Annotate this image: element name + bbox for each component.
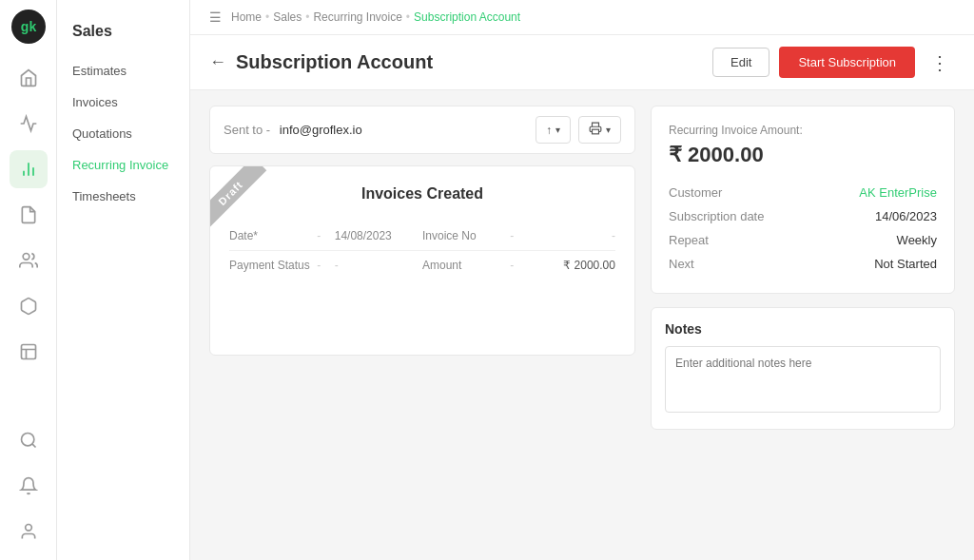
next-value: Not Started (874, 257, 937, 271)
header-left: ← Subscription Account (209, 51, 433, 73)
recurring-info-card: Recurring Invoice Amount: ₹ 2000.00 Cust… (651, 106, 955, 294)
svg-point-5 (23, 254, 29, 261)
amount-sep: - (510, 259, 527, 272)
date-label: Date* (229, 229, 317, 242)
user-profile-icon[interactable] (10, 512, 48, 550)
edit-button[interactable]: Edit (712, 48, 769, 77)
table-row: Date* - 14/08/2023 Invoice No - - (229, 222, 615, 251)
breadcrumb-menu-icon: ☰ (209, 10, 222, 25)
upload-chevron: ▾ (555, 125, 560, 135)
breadcrumb-sales[interactable]: Sales (273, 10, 302, 24)
subscription-date-value: 14/06/2023 (875, 209, 937, 223)
date-value: 14/08/2023 (335, 229, 422, 242)
sidebar: gk (0, 0, 57, 560)
invoice-card: Draft Invoices Created Date* - 14/08/202… (209, 165, 635, 356)
page-title: Subscription Account (236, 51, 433, 73)
info-row-customer: Customer AK EnterPrise (669, 181, 937, 204)
notes-card: Notes (651, 307, 955, 430)
header-right: Edit Start Subscription ⋮ (712, 47, 955, 78)
back-button[interactable]: ← (209, 52, 226, 72)
customer-value[interactable]: AK EnterPrise (859, 185, 937, 200)
building-icon[interactable] (10, 333, 48, 371)
nav-item-estimates[interactable]: Estimates (57, 55, 189, 87)
nav-title: Sales (57, 15, 189, 55)
svg-point-9 (25, 525, 31, 531)
recurring-amount-label: Recurring Invoice Amount: (669, 124, 937, 137)
recurring-amount-value: ₹ 2000.00 (669, 143, 937, 167)
print-chevron: ▾ (606, 125, 611, 135)
left-panel: Sent to - info@groflex.io ↑ ▾ ▾ (209, 106, 635, 545)
amount-label: Amount (422, 259, 510, 272)
info-row-repeat: Repeat Weekly (669, 228, 937, 252)
info-row-next: Next Not Started (669, 252, 937, 276)
breadcrumb-subscription-account: Subscription Account (414, 10, 520, 24)
sent-to-label: Sent to - (224, 123, 270, 137)
svg-text:gk: gk (20, 19, 36, 34)
sent-to-info: Sent to - info@groflex.io (224, 123, 362, 137)
invoice-no-sep: - (510, 229, 527, 242)
action-buttons: ↑ ▾ ▾ (536, 116, 621, 144)
breadcrumb: ☰ Home • Sales • Recurring Invoice • Sub… (190, 0, 974, 35)
app-logo[interactable]: gk (11, 10, 46, 44)
notes-input[interactable] (665, 346, 941, 413)
breadcrumb-recurring-invoice[interactable]: Recurring Invoice (313, 10, 401, 24)
upload-icon: ↑ (546, 124, 552, 137)
chart-bar-icon[interactable] (10, 150, 48, 188)
users-icon[interactable] (10, 241, 48, 280)
table-row: Payment Status - - Amount - ₹ 2000.00 (229, 251, 615, 280)
payment-status-value: - (335, 259, 422, 272)
invoice-no-label: Invoice No (422, 229, 510, 242)
receipt-icon[interactable] (10, 196, 48, 234)
print-button[interactable]: ▾ (578, 116, 621, 144)
sent-to-bar: Sent to - info@groflex.io ↑ ▾ ▾ (209, 106, 635, 154)
svg-rect-6 (21, 345, 35, 359)
invoice-no-value: - (528, 229, 615, 242)
payment-status-sep: - (317, 259, 334, 272)
next-key: Next (669, 257, 694, 271)
subscription-date-key: Subscription date (669, 209, 764, 223)
repeat-key: Repeat (669, 233, 709, 247)
print-icon (589, 122, 602, 138)
nav-item-recurring-invoice[interactable]: Recurring Invoice (57, 149, 189, 181)
start-subscription-button[interactable]: Start Subscription (779, 47, 915, 78)
date-sep: - (317, 229, 334, 242)
repeat-value: Weekly (897, 233, 937, 247)
more-options-button[interactable]: ⋮ (925, 48, 955, 78)
invoice-card-title: Invoices Created (229, 185, 615, 203)
sent-to-email: info@groflex.io (280, 123, 362, 137)
search-icon[interactable] (10, 421, 48, 459)
nav-item-invoices[interactable]: Invoices (57, 87, 189, 118)
content-area: Sent to - info@groflex.io ↑ ▾ ▾ (190, 90, 974, 560)
nav-item-quotations[interactable]: Quotations (57, 118, 189, 149)
svg-rect-10 (593, 129, 599, 134)
activity-icon[interactable] (10, 105, 48, 143)
amount-value: ₹ 2000.00 (528, 259, 615, 272)
info-row-subscription-date: Subscription date 14/06/2023 (669, 204, 937, 228)
svg-point-7 (21, 434, 33, 446)
svg-line-8 (31, 444, 35, 448)
notes-label: Notes (665, 321, 941, 337)
customer-key: Customer (669, 185, 722, 200)
main-content: ☰ Home • Sales • Recurring Invoice • Sub… (190, 0, 974, 560)
breadcrumb-home[interactable]: Home (231, 10, 262, 24)
left-navigation: Sales Estimates Invoices Quotations Recu… (57, 0, 190, 560)
home-icon[interactable] (10, 59, 48, 97)
upload-button[interactable]: ↑ ▾ (536, 116, 571, 144)
nav-item-timesheets[interactable]: Timesheets (57, 181, 189, 212)
payment-status-label: Payment Status (229, 259, 317, 272)
invoice-table: Date* - 14/08/2023 Invoice No - - Paymen… (229, 222, 615, 280)
bell-icon[interactable] (10, 467, 48, 505)
page-header: ← Subscription Account Edit Start Subscr… (190, 35, 974, 90)
right-panel: Recurring Invoice Amount: ₹ 2000.00 Cust… (651, 106, 955, 545)
box-icon[interactable] (10, 287, 48, 325)
